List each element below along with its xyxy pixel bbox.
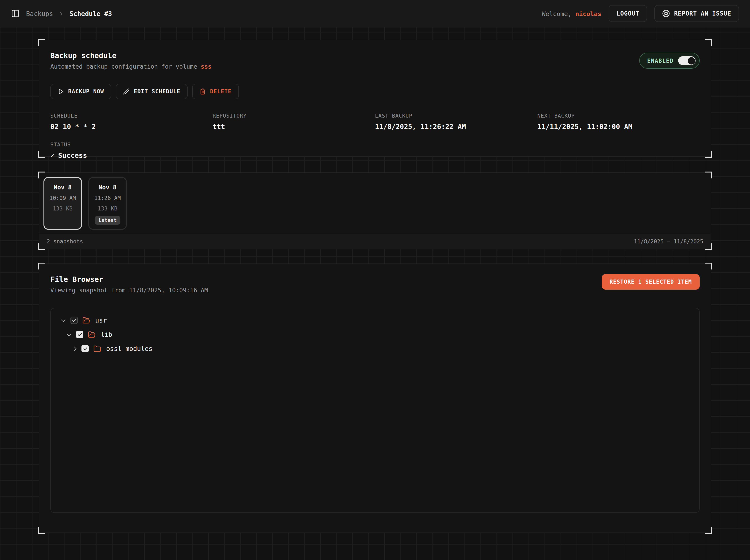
- snapshot-date: Nov 8: [99, 184, 116, 191]
- field-label: LAST BACKUP: [375, 113, 537, 119]
- corner-bracket: [705, 151, 712, 158]
- volume-name: sss: [201, 63, 212, 70]
- snapshot-time: 11:26 AM: [94, 195, 121, 201]
- toggle-switch[interactable]: [678, 56, 695, 65]
- snapshots-footer: 2 snapshots 11/8/2025 – 11/8/2025: [39, 234, 711, 249]
- panel-left-icon: [11, 9, 20, 18]
- field-value: 02 10 * * 2: [50, 123, 213, 131]
- field-label: NEXT BACKUP: [537, 113, 700, 119]
- corner-bracket: [705, 39, 712, 46]
- corner-bracket: [38, 263, 45, 269]
- tree-row-usr[interactable]: usr: [55, 314, 695, 327]
- tree-item-label: lib: [101, 331, 112, 338]
- snapshot-time: 10:09 AM: [50, 195, 76, 201]
- field-repository: REPOSITORY ttt: [213, 113, 375, 131]
- snapshot-date-range: 11/8/2025 – 11/8/2025: [634, 238, 703, 245]
- play-icon: [58, 88, 64, 95]
- tree-item-label: usr: [95, 317, 107, 324]
- schedule-actions: BACKUP NOW EDIT SCHEDULE DELETE: [50, 84, 700, 99]
- schedule-panel-subtitle: Automated backup configuration for volum…: [50, 63, 700, 70]
- pencil-icon: [123, 88, 130, 95]
- field-label: SCHEDULE: [50, 113, 213, 119]
- username: nicolas: [575, 10, 601, 17]
- backup-now-button[interactable]: BACKUP NOW: [50, 84, 112, 99]
- field-value: 11/11/2025, 11:02:00 AM: [537, 123, 700, 131]
- check-icon: ✓: [50, 152, 55, 160]
- field-label: REPOSITORY: [213, 113, 375, 119]
- snapshot-card-selected[interactable]: Nov 8 10:09 AM 133 KB: [43, 177, 82, 230]
- status-label: STATUS: [50, 141, 700, 148]
- status-value: ✓ Success: [50, 152, 700, 160]
- edit-schedule-button[interactable]: EDIT SCHEDULE: [116, 84, 188, 99]
- field-last-backup: LAST BACKUP 11/8/2025, 11:26:22 AM: [375, 113, 537, 131]
- folder-open-icon: [88, 331, 96, 338]
- backup-now-button-label: BACKUP NOW: [68, 88, 104, 95]
- file-browser-panel: File Browser Viewing snapshot from 11/8/…: [39, 263, 711, 533]
- chevron-down-icon[interactable]: [66, 332, 71, 336]
- check-icon: [72, 318, 77, 323]
- tree-row-lib[interactable]: lib: [55, 327, 695, 341]
- corner-bracket: [38, 39, 45, 46]
- file-tree: usr lib ossl-modules: [50, 308, 700, 513]
- corner-bracket: [705, 263, 712, 269]
- restore-selected-button[interactable]: RESTORE 1 SELECTED ITEM: [602, 274, 700, 289]
- top-bar: Backups Schedule #3 Welcome, nicolas LOG…: [0, 0, 750, 27]
- welcome-prefix: Welcome,: [542, 10, 572, 17]
- chevron-down-icon[interactable]: [61, 317, 66, 322]
- field-value: 11/8/2025, 11:26:22 AM: [375, 123, 537, 131]
- snapshot-size: 133 KB: [98, 205, 118, 212]
- backup-schedule-panel: Backup schedule Automated backup configu…: [39, 40, 711, 157]
- corner-bracket: [38, 151, 45, 158]
- enabled-toggle-label: ENABLED: [647, 57, 674, 64]
- logout-button-label: LOGOUT: [616, 10, 639, 17]
- field-value: ttt: [213, 123, 375, 131]
- field-schedule: SCHEDULE 02 10 * * 2: [50, 113, 213, 131]
- snapshot-count: 2 snapshots: [47, 238, 83, 245]
- app-root: Backups Schedule #3 Welcome, nicolas LOG…: [0, 0, 750, 560]
- trash-icon: [199, 88, 206, 95]
- sidebar-toggle-button[interactable]: [11, 9, 20, 18]
- welcome-text: Welcome, nicolas: [542, 10, 601, 17]
- delete-button-label: DELETE: [210, 88, 232, 95]
- folder-icon: [93, 345, 101, 353]
- field-status: STATUS ✓ Success: [50, 141, 700, 160]
- schedule-panel-title: Backup schedule: [50, 51, 700, 60]
- tree-item-label: ossl-modules: [106, 345, 152, 352]
- toggle-knob: [688, 57, 695, 64]
- snapshots-panel: Nov 8 10:09 AM 133 KB Nov 8 11:26 AM 133…: [39, 173, 711, 249]
- lifebuoy-icon: [662, 9, 670, 17]
- top-bar-right: Welcome, nicolas LOGOUT REPORT AN ISSUE: [542, 5, 739, 22]
- field-next-backup: NEXT BACKUP 11/11/2025, 11:02:00 AM: [537, 113, 700, 131]
- latest-badge: Latest: [95, 216, 120, 225]
- snapshot-card-latest[interactable]: Nov 8 11:26 AM 133 KB Latest: [88, 177, 127, 230]
- chevron-right-icon[interactable]: [72, 346, 77, 351]
- snapshot-date: Nov 8: [54, 184, 72, 191]
- check-icon: [83, 346, 87, 351]
- breadcrumb-current: Schedule #3: [70, 10, 112, 17]
- enabled-toggle[interactable]: ENABLED: [639, 53, 700, 68]
- logout-button[interactable]: LOGOUT: [609, 5, 647, 22]
- schedule-fields: SCHEDULE 02 10 * * 2 REPOSITORY ttt LAST…: [50, 113, 700, 131]
- snapshot-strip: Nov 8 10:09 AM 133 KB Nov 8 11:26 AM 133…: [39, 173, 711, 234]
- snapshot-size: 133 KB: [53, 205, 73, 212]
- checkbox-lib[interactable]: [76, 331, 83, 338]
- status-text: Success: [58, 152, 87, 160]
- tree-row-ossl-modules[interactable]: ossl-modules: [55, 342, 695, 356]
- schedule-subtitle-text: Automated backup configuration for volum…: [50, 63, 201, 70]
- report-issue-button[interactable]: REPORT AN ISSUE: [654, 5, 739, 22]
- checkbox-usr[interactable]: [71, 317, 78, 324]
- report-issue-button-label: REPORT AN ISSUE: [674, 10, 731, 17]
- delete-button[interactable]: DELETE: [192, 84, 239, 99]
- chevron-right-icon: [59, 11, 64, 16]
- breadcrumb-root[interactable]: Backups: [26, 10, 53, 17]
- breadcrumb: Backups Schedule #3: [26, 10, 112, 17]
- checkbox-ossl-modules[interactable]: [81, 345, 89, 352]
- check-icon: [77, 332, 82, 337]
- folder-open-icon: [82, 316, 90, 324]
- edit-schedule-button-label: EDIT SCHEDULE: [134, 88, 180, 95]
- corner-bracket: [38, 527, 45, 534]
- corner-bracket: [705, 527, 712, 534]
